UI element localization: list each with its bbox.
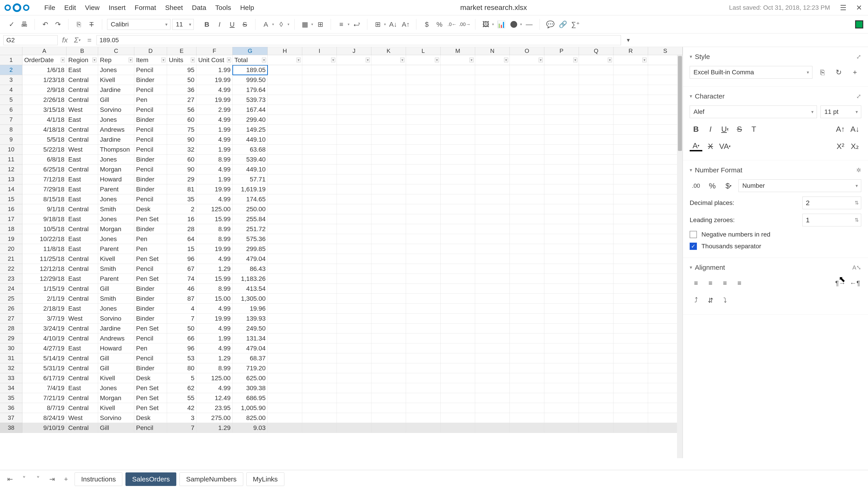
cell[interactable]: [302, 324, 337, 333]
cell[interactable]: [579, 254, 614, 264]
cell[interactable]: Jones: [98, 214, 134, 224]
cell[interactable]: [544, 244, 579, 254]
cell[interactable]: [544, 304, 579, 314]
cell[interactable]: [510, 274, 544, 284]
cell[interactable]: [302, 65, 337, 75]
cell[interactable]: East: [66, 65, 98, 75]
cell[interactable]: [406, 403, 440, 413]
cell[interactable]: [337, 174, 371, 184]
cell[interactable]: [579, 393, 614, 403]
cell[interactable]: [614, 204, 648, 214]
cell[interactable]: [406, 344, 440, 353]
cell[interactable]: 167.44: [232, 105, 268, 115]
cell[interactable]: 413.54: [232, 284, 268, 294]
cell[interactable]: Howard: [98, 344, 134, 353]
cell[interactable]: [614, 65, 648, 75]
cell[interactable]: [268, 393, 302, 403]
undo-icon[interactable]: ↶: [40, 19, 51, 30]
cell[interactable]: [268, 294, 302, 304]
function-wizard-icon[interactable]: fx: [60, 35, 70, 45]
cell[interactable]: 7: [167, 314, 196, 324]
menu-help[interactable]: Help: [236, 2, 258, 14]
overline-toggle[interactable]: T: [747, 123, 760, 135]
row-header[interactable]: 6: [0, 105, 22, 115]
cell[interactable]: Central: [66, 363, 98, 373]
dropdown-icon[interactable]: ▾: [311, 22, 313, 26]
cell[interactable]: [579, 65, 614, 75]
cell[interactable]: [406, 373, 440, 383]
col-header-R[interactable]: R: [614, 47, 648, 55]
cell[interactable]: 131.34: [232, 333, 268, 344]
cell[interactable]: [371, 144, 406, 155]
cell[interactable]: 4.99: [196, 85, 232, 95]
cell[interactable]: Gill: [98, 95, 134, 105]
add-icon[interactable]: +: [848, 66, 861, 78]
cell[interactable]: [337, 333, 371, 344]
cell[interactable]: 5/5/18: [22, 135, 66, 144]
cell[interactable]: Jones: [98, 115, 134, 125]
cell[interactable]: [337, 194, 371, 204]
neg-red-checkbox[interactable]: [690, 231, 697, 238]
cell[interactable]: [406, 204, 440, 214]
cell[interactable]: Binder: [134, 304, 167, 314]
cell[interactable]: [440, 75, 475, 85]
valign-bottom-button[interactable]: ⤵: [719, 294, 731, 306]
cell[interactable]: [268, 254, 302, 264]
dropdown-icon[interactable]: ▾: [287, 22, 289, 26]
column-filter-header[interactable]: Units: [167, 55, 196, 65]
cell[interactable]: [406, 234, 440, 244]
char-size-select[interactable]: 11 pt: [820, 105, 861, 118]
cell[interactable]: Morgan: [98, 393, 134, 403]
numfmt-type-select[interactable]: Number: [739, 180, 861, 192]
cell[interactable]: Central: [66, 75, 98, 85]
align-left-button[interactable]: ≡: [690, 277, 702, 289]
cell[interactable]: 15.00: [196, 294, 232, 304]
cell[interactable]: 1/23/18: [22, 75, 66, 85]
cell[interactable]: [544, 254, 579, 264]
cell[interactable]: [440, 324, 475, 333]
cell[interactable]: 5/22/18: [22, 144, 66, 155]
cell[interactable]: 1,005.90: [232, 403, 268, 413]
cell[interactable]: [579, 155, 614, 164]
cell[interactable]: [268, 333, 302, 344]
cell[interactable]: [544, 95, 579, 105]
dropdown-icon[interactable]: ▾: [348, 22, 349, 26]
cell[interactable]: [371, 363, 406, 373]
cell[interactable]: Central: [66, 135, 98, 144]
character-panel-header[interactable]: ▾Character⤢: [690, 91, 861, 102]
cell[interactable]: [371, 344, 406, 353]
cell[interactable]: [406, 135, 440, 144]
row-header[interactable]: 26: [0, 304, 22, 314]
cell[interactable]: [440, 254, 475, 264]
cell[interactable]: [371, 184, 406, 194]
row-header[interactable]: 4: [0, 85, 22, 95]
cell[interactable]: [614, 284, 648, 294]
cell[interactable]: [337, 105, 371, 115]
cell[interactable]: 2: [167, 204, 196, 214]
thousands-checkbox[interactable]: ✓: [690, 242, 697, 250]
cell[interactable]: [337, 353, 371, 363]
cell[interactable]: [302, 413, 337, 423]
cell[interactable]: Central: [66, 393, 98, 403]
cell[interactable]: [475, 304, 510, 314]
cell[interactable]: [268, 95, 302, 105]
cell[interactable]: [268, 164, 302, 174]
cell[interactable]: [337, 85, 371, 95]
cell[interactable]: [475, 164, 510, 174]
row-header[interactable]: 35: [0, 393, 22, 403]
cell[interactable]: [475, 353, 510, 363]
cell[interactable]: 1/15/19: [22, 284, 66, 294]
cell[interactable]: [475, 214, 510, 224]
cell[interactable]: [510, 423, 544, 433]
col-header-I[interactable]: I: [302, 47, 337, 55]
row-header[interactable]: 25: [0, 294, 22, 304]
cell[interactable]: [544, 344, 579, 353]
cell[interactable]: Pencil: [134, 423, 167, 433]
cell[interactable]: Binder: [134, 294, 167, 304]
vertical-scrollbar[interactable]: [677, 55, 683, 458]
cell[interactable]: [544, 115, 579, 125]
cell[interactable]: 4/18/18: [22, 125, 66, 135]
cell[interactable]: [406, 393, 440, 403]
cell[interactable]: Morgan: [98, 224, 134, 234]
cell[interactable]: [440, 224, 475, 234]
